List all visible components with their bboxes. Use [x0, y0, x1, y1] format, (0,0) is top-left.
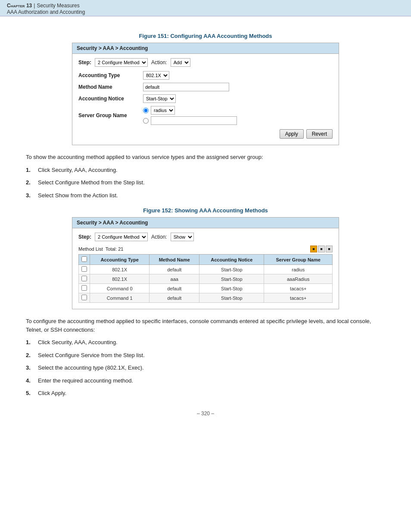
step-action-row2: Step: 2 Configure Method Action: Show — [78, 233, 333, 241]
col-server-group: Server Group Name — [264, 255, 333, 265]
row-checkbox — [79, 265, 90, 274]
apply-button[interactable]: Apply — [280, 129, 304, 139]
chapter-separator: | — [34, 3, 35, 9]
step-num: 4. — [26, 376, 38, 385]
table-row: Command 1 default Start-Stop tacacs+ — [79, 293, 333, 303]
cell-server-group: aaaRadius — [264, 274, 333, 284]
paragraph1: To show the accounting method applied to… — [26, 153, 385, 162]
list-item: 3. Select Show from the Action list. — [26, 191, 385, 200]
step-num: 5. — [26, 389, 38, 398]
step-num: 1. — [26, 338, 38, 347]
cell-accounting-notice: Start-Stop — [199, 265, 264, 274]
step-text: Select Configure Method from the Step li… — [38, 178, 145, 187]
table-meta: Method List Total: 21 ■ ■ ■ — [78, 246, 333, 252]
list-item: 1. Click Security, AAA, Accounting. — [26, 338, 385, 347]
col-accounting-notice: Accounting Notice — [199, 255, 264, 265]
page-header: Chapter 13 | Security Measures AAA Autho… — [0, 0, 411, 16]
cell-server-group: radius — [264, 265, 333, 274]
step-label2: Step: — [78, 234, 91, 240]
cell-method-name: default — [149, 293, 199, 303]
list-item: 1. Click Security, AAA, Accounting. — [26, 166, 385, 174]
accounting-notice-label: Accounting Notice — [78, 96, 143, 102]
step-num: 2. — [26, 178, 38, 187]
action-select[interactable]: Add — [171, 58, 190, 67]
cell-method-name: default — [149, 265, 199, 274]
row-select-checkbox[interactable] — [81, 295, 87, 300]
chapter-title: Security Measures — [37, 3, 79, 9]
revert-button[interactable]: Revert — [306, 129, 333, 139]
action-label: Action: — [151, 59, 167, 65]
cell-accounting-type: 802.1X — [90, 265, 149, 274]
sub-title: AAA Authorization and Accounting — [7, 9, 404, 15]
table-meta-label: Method List Total: 21 — [78, 246, 123, 252]
total-label: Total: 21 — [106, 246, 124, 252]
figure151-title: Figure 151: Configuring AAA Accounting M… — [26, 33, 385, 39]
action-label2: Action: — [151, 234, 167, 240]
paragraph2: To configure the accounting method appli… — [26, 317, 385, 334]
server-group-label: Server Group Name — [78, 112, 143, 118]
radio-server-2[interactable] — [143, 118, 149, 124]
cell-accounting-type: Command 0 — [90, 284, 149, 293]
accounting-type-select[interactable]: 802.1X — [143, 71, 169, 80]
table-header-row: Accounting Type Method Name Accounting N… — [79, 255, 333, 265]
step-action-row: Step: 2 Configure Method Action: Add — [78, 58, 333, 67]
figure152-title: Figure 152: Showing AAA Accounting Metho… — [26, 207, 385, 214]
row-select-checkbox[interactable] — [81, 285, 87, 291]
method-name-input[interactable] — [143, 83, 229, 91]
select-all-checkbox[interactable] — [81, 256, 87, 262]
page-footer: – 320 – — [26, 411, 385, 417]
step-num: 2. — [26, 351, 38, 360]
main-content: Figure 151: Configuring AAA Accounting M… — [0, 16, 411, 429]
radio-server-1[interactable] — [143, 108, 149, 113]
accounting-notice-select[interactable]: Start-Stop — [143, 94, 176, 103]
row-checkbox — [79, 274, 90, 284]
figure151-panel-body: Step: 2 Configure Method Action: Add Acc… — [72, 54, 339, 145]
col-accounting-type: Accounting Type — [90, 255, 149, 265]
cell-method-name: aaa — [149, 274, 199, 284]
figure152-panel: Security > AAA > Accounting Step: 2 Conf… — [72, 217, 339, 309]
chapter-label: Chapter 13 — [7, 3, 32, 9]
step-text: Select the accounting type (802.1X, Exec… — [38, 364, 144, 372]
step-num: 3. — [26, 191, 38, 200]
list-item: 5. Click Apply. — [26, 389, 385, 398]
accounting-type-label: Accounting Type — [78, 72, 143, 78]
table-header-checkbox — [79, 255, 90, 265]
server-group-text-input[interactable] — [151, 116, 237, 125]
step-text: Enter the required accounting method. — [38, 376, 133, 385]
col-method-name: Method Name — [149, 255, 199, 265]
method-list-label: Method List — [78, 246, 103, 252]
step-label: Step: — [78, 59, 91, 65]
figure151-panel: Security > AAA > Accounting Step: 2 Conf… — [72, 43, 339, 145]
step-text: Select Show from the Action list. — [38, 191, 118, 200]
step-text: Select Configure Service from the Step l… — [38, 351, 145, 360]
step-num: 3. — [26, 364, 38, 372]
figure152-panel-header: Security > AAA > Accounting — [72, 218, 339, 228]
form-buttons: Apply Revert — [78, 129, 333, 139]
step-select[interactable]: 2 Configure Method — [95, 58, 148, 67]
steps1-list: 1. Click Security, AAA, Accounting. 2. S… — [26, 166, 385, 200]
accounting-notice-row: Accounting Notice Start-Stop — [78, 94, 333, 103]
table-icon-3[interactable]: ■ — [326, 246, 333, 252]
list-item: 3. Select the accounting type (802.1X, E… — [26, 364, 385, 372]
row-select-checkbox[interactable] — [81, 276, 87, 281]
row-select-checkbox[interactable] — [81, 266, 87, 272]
figure152-panel-body: Step: 2 Configure Method Action: Show Me… — [72, 228, 339, 309]
method-name-control — [143, 83, 229, 91]
server-group-select[interactable]: radius — [151, 106, 175, 115]
cell-method-name: default — [149, 284, 199, 293]
table-icon-2[interactable]: ■ — [318, 246, 325, 252]
step-select2[interactable]: 2 Configure Method — [95, 233, 148, 241]
action-select2[interactable]: Show — [171, 233, 194, 241]
figure151-panel-header: Security > AAA > Accounting — [72, 43, 339, 54]
cell-accounting-type: Command 1 — [90, 293, 149, 303]
method-name-label: Method Name — [78, 84, 143, 90]
cell-accounting-notice: Start-Stop — [199, 274, 264, 284]
accounting-type-row: Accounting Type 802.1X — [78, 71, 333, 80]
table-icons: ■ ■ ■ — [310, 246, 333, 252]
cell-accounting-notice: Start-Stop — [199, 284, 264, 293]
step-text: Click Apply. — [38, 389, 66, 398]
table-icon-1[interactable]: ■ — [310, 246, 317, 252]
cell-accounting-type: 802.1X — [90, 274, 149, 284]
list-item: 2. Select Configure Method from the Step… — [26, 178, 385, 187]
table-row: 802.1X aaa Start-Stop aaaRadius — [79, 274, 333, 284]
